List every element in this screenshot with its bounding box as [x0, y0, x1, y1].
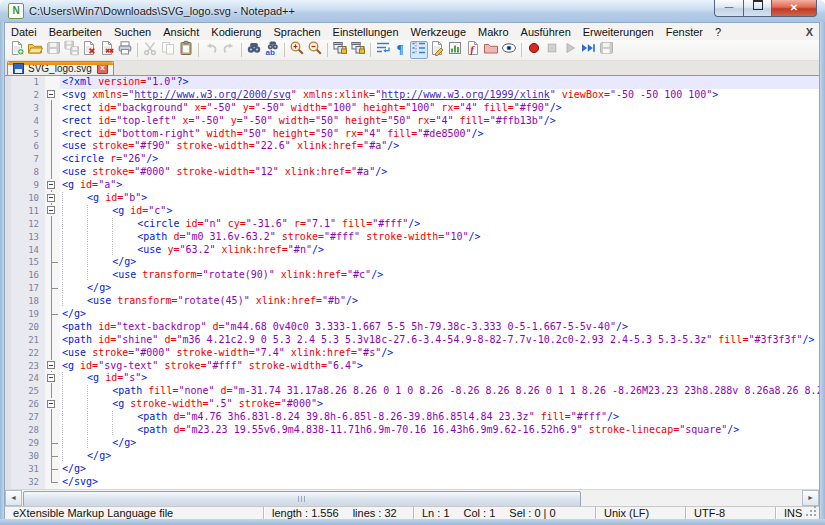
- menu-fenster[interactable]: Fenster: [660, 25, 709, 39]
- code-text[interactable]: </g>: [60, 463, 819, 476]
- menu-einstellungen[interactable]: Einstellungen: [327, 25, 405, 39]
- menu-sprachen[interactable]: Sprachen: [267, 25, 326, 39]
- code-text[interactable]: <g id="c">: [60, 205, 819, 218]
- code-text[interactable]: <use transform="rotate(45)" xlink:href="…: [60, 295, 819, 308]
- fold-margin[interactable]: [45, 218, 60, 231]
- code-text[interactable]: <circle id="n" cy="-31.6" r="7.1" fill="…: [60, 218, 819, 231]
- code-text[interactable]: <svg xmlns="http://www.w3.org/2000/svg" …: [60, 89, 819, 102]
- macro-run-multiple-button[interactable]: [579, 41, 597, 59]
- show-all-characters-button[interactable]: ¶: [392, 41, 410, 59]
- fold-margin[interactable]: [45, 89, 60, 102]
- fold-collapse-icon[interactable]: [47, 361, 55, 369]
- fold-collapse-icon[interactable]: [47, 206, 55, 214]
- code-text[interactable]: <path id="shine" d="m36 4.21c2.9 0 5.3 2…: [60, 334, 819, 347]
- code-text[interactable]: </g>: [60, 282, 819, 295]
- fold-collapse-icon[interactable]: [47, 181, 55, 189]
- open-file-button[interactable]: [26, 41, 44, 59]
- fold-margin[interactable]: [45, 282, 60, 295]
- fold-margin[interactable]: [45, 269, 60, 282]
- scroll-right-arrow-icon[interactable]: ►: [802, 490, 819, 506]
- code-text[interactable]: <use transform="rotate(90)" xlink:href="…: [60, 269, 819, 282]
- find-button[interactable]: [245, 41, 263, 59]
- function-list-button[interactable]: f: [464, 41, 482, 59]
- close-doc-button[interactable]: [80, 41, 98, 59]
- fold-margin[interactable]: [45, 166, 60, 179]
- code-text[interactable]: <use stroke="#000" stroke-width="7.4" xl…: [60, 347, 819, 360]
- close-all-docs-button[interactable]: [98, 41, 116, 59]
- code-text[interactable]: <g id="a">: [60, 179, 819, 192]
- menu-bearbeiten[interactable]: Bearbeiten: [43, 25, 108, 39]
- fold-margin[interactable]: [45, 398, 60, 411]
- tab-close-icon[interactable]: x: [97, 63, 108, 74]
- code-text[interactable]: <g id="svg-text" stroke="#fff" stroke-wi…: [60, 360, 819, 373]
- macro-record-button[interactable]: [525, 41, 543, 59]
- fold-margin[interactable]: [45, 205, 60, 218]
- menu-erweiterungen[interactable]: Erweiterungen: [577, 25, 660, 39]
- fold-margin[interactable]: [45, 256, 60, 269]
- doc-map-button[interactable]: [446, 41, 464, 59]
- fold-margin[interactable]: [45, 334, 60, 347]
- code-text[interactable]: <path d="m23.23 19.55v6.9m4.838-11.71h6.…: [60, 424, 819, 437]
- menubar-close-button[interactable]: X: [806, 26, 813, 38]
- paste-button[interactable]: [177, 41, 195, 59]
- code-text[interactable]: <?xml version="1.0"?>: [60, 76, 819, 89]
- fold-margin[interactable]: [45, 244, 60, 257]
- tab-svg-logo[interactable]: SVG_logo.svg x: [7, 61, 114, 75]
- scroll-left-arrow-icon[interactable]: ◄: [5, 490, 22, 506]
- maximize-button[interactable]: [744, 0, 771, 17]
- code-text[interactable]: </svg>: [60, 476, 819, 489]
- fold-margin[interactable]: [45, 385, 60, 398]
- minimize-button[interactable]: —: [714, 0, 744, 17]
- zoom-out-button[interactable]: [306, 41, 324, 59]
- fold-margin[interactable]: [45, 128, 60, 141]
- fold-collapse-icon[interactable]: [47, 90, 55, 98]
- monitoring-button[interactable]: [500, 41, 518, 59]
- code-text[interactable]: <g stroke-width=".5" stroke="#000">: [60, 398, 819, 411]
- code-text[interactable]: </g>: [60, 437, 819, 450]
- indent-guide-button[interactable]: [410, 41, 428, 59]
- close-button[interactable]: ✕: [771, 0, 817, 17]
- fold-margin[interactable]: [45, 360, 60, 373]
- fold-margin[interactable]: [45, 76, 60, 89]
- code-text[interactable]: <rect id="background" x="-50" y="-50" wi…: [60, 102, 819, 115]
- code-text[interactable]: <path d="m0 31.6v-63.2" stroke="#fff" st…: [60, 231, 819, 244]
- print-button[interactable]: [116, 41, 134, 59]
- menu-werkzeuge[interactable]: Werkzeuge: [405, 25, 472, 39]
- horizontal-scrollbar-thumb[interactable]: [23, 491, 581, 507]
- sync-horizontal-scroll-button[interactable]: [349, 41, 367, 59]
- code-text[interactable]: </g>: [60, 450, 819, 463]
- fold-margin[interactable]: [45, 231, 60, 244]
- code-text[interactable]: <use stroke="#000" stroke-width="12" xli…: [60, 166, 819, 179]
- code-text[interactable]: <path fill="none" d="m-31.74 31.17a8.26 …: [60, 385, 819, 398]
- fold-margin[interactable]: [45, 476, 60, 489]
- code-text[interactable]: </g>: [60, 256, 819, 269]
- code-text[interactable]: <rect id="top-left" x="-50" y="-50" widt…: [60, 115, 819, 128]
- menu-ansicht[interactable]: Ansicht: [157, 25, 205, 39]
- fold-margin[interactable]: [45, 450, 60, 463]
- fold-collapse-icon[interactable]: [47, 194, 55, 202]
- fold-margin[interactable]: [45, 424, 60, 437]
- code-text[interactable]: <rect id="bottom-right" width="50" heigh…: [60, 128, 819, 141]
- code-area[interactable]: 1<?xml version="1.0"?>2<svg xmlns="http:…: [5, 76, 819, 489]
- word-wrap-button[interactable]: [374, 41, 392, 59]
- fold-margin[interactable]: [45, 372, 60, 385]
- fold-margin[interactable]: [45, 192, 60, 205]
- code-text[interactable]: </g>: [60, 308, 819, 321]
- resize-grip[interactable]: [805, 505, 817, 517]
- menu-kodierung[interactable]: Kodierung: [205, 25, 267, 39]
- menu-ausfhren[interactable]: Ausführen: [515, 25, 577, 39]
- menu-suchen[interactable]: Suchen: [108, 25, 157, 39]
- fold-margin[interactable]: [45, 140, 60, 153]
- code-text[interactable]: <path d="m4.76 3h6.83l-8.24 39.8h-6.85l-…: [60, 411, 819, 424]
- user-language-button[interactable]: [428, 41, 446, 59]
- fold-margin[interactable]: [45, 463, 60, 476]
- fold-collapse-icon[interactable]: [47, 374, 55, 382]
- folder-workspace-button[interactable]: [482, 41, 500, 59]
- fold-margin[interactable]: [45, 437, 60, 450]
- sync-vertical-scroll-button[interactable]: [331, 41, 349, 59]
- code-text[interactable]: <g id="s">: [60, 372, 819, 385]
- fold-margin[interactable]: [45, 308, 60, 321]
- zoom-in-button[interactable]: [288, 41, 306, 59]
- fold-margin[interactable]: [45, 347, 60, 360]
- fold-margin[interactable]: [45, 115, 60, 128]
